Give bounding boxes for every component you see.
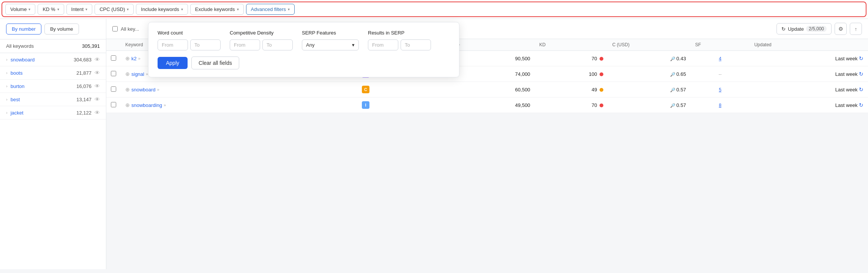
row-checkbox[interactable]: [111, 71, 116, 76]
apply-button[interactable]: Apply: [158, 57, 188, 69]
serp-features-chevron-icon: ▾: [352, 42, 355, 48]
cpc-cell: 🔎0.57: [608, 97, 691, 113]
export-icon: ↑: [855, 26, 857, 32]
eye-icon[interactable]: 👁: [95, 70, 100, 76]
all-keywords-table-label: All key...: [121, 26, 139, 32]
include-keywords-chevron-icon: ▾: [181, 7, 183, 11]
volume-filter-btn[interactable]: Volume ▾: [5, 4, 35, 15]
keyword-text: k2: [131, 56, 137, 61]
intent-chevron-icon: ▾: [85, 7, 87, 11]
eye-icon[interactable]: 👁: [95, 110, 100, 116]
cpc-cell: 🔎0.43: [608, 51, 691, 66]
results-in-serp-from-input[interactable]: [368, 39, 398, 50]
eye-icon[interactable]: 👁: [95, 96, 100, 102]
sf-cell: 5: [691, 82, 750, 97]
table-row: ⊕ snowboard » C60,50049🔎0.575Last week ↻: [106, 82, 868, 97]
chevron-right-icon: ›: [6, 84, 8, 88]
update-button[interactable]: ↻ Update 2/5,000: [776, 23, 832, 35]
select-all-checkbox[interactable]: [112, 26, 118, 31]
sidebar-list: › snowboard 304,683 👁 › boots 21,877 👁: [0, 53, 106, 269]
intent-filter-btn[interactable]: Intent ▾: [66, 4, 93, 15]
eye-icon[interactable]: 👁: [95, 83, 100, 89]
cpc-cell: 🔎0.57: [608, 82, 691, 97]
keyword-link[interactable]: ⊕ snowboarding »: [125, 102, 353, 108]
serp-features-group: SERP Features Any ▾: [302, 30, 359, 50]
kd-filter-label: KD %: [43, 6, 55, 12]
competitive-density-from-input[interactable]: [230, 39, 260, 50]
updated-cell: Last week ↻: [750, 66, 868, 82]
filter-bar: Volume ▾ KD % ▾ Intent ▾ CPC (USD) ▾ Inc…: [0, 0, 868, 19]
row-refresh-icon[interactable]: ↻: [859, 71, 863, 77]
intent-filter-label: Intent: [71, 6, 84, 12]
eye-icon[interactable]: 👁: [95, 56, 100, 63]
tab-by-number[interactable]: By number: [6, 24, 41, 35]
sidebar-item[interactable]: › boots 21,877 👁: [0, 66, 106, 80]
row-refresh-icon[interactable]: ↻: [859, 102, 863, 108]
filter-fields-row: Word count Competitive Density SERP Feat…: [158, 30, 450, 50]
cpc-filter-label: CPC (USD): [99, 6, 125, 12]
word-count-to-input[interactable]: [190, 39, 221, 50]
keyword-count: 12,122: [76, 110, 92, 116]
add-icon: ⊕: [125, 71, 130, 77]
sidebar-item[interactable]: › burton 16,076 👁: [0, 80, 106, 93]
word-count-from-input[interactable]: [158, 39, 188, 50]
volume-cell: 49,500: [440, 97, 535, 113]
volume-filter-label: Volume: [10, 6, 27, 12]
magnifier-icon: 🔎: [670, 103, 675, 108]
magnifier-icon: 🔎: [670, 88, 675, 92]
updated-cell: Last week ↻: [750, 82, 868, 97]
exclude-keywords-chevron-icon: ▾: [237, 7, 239, 11]
advanced-filters-chevron-icon: ▾: [288, 7, 290, 11]
keyword-name: snowboard: [11, 57, 35, 63]
intent-badge-i: I: [362, 101, 369, 109]
serp-features-select[interactable]: Any ▾: [302, 39, 359, 50]
row-refresh-icon[interactable]: ↻: [859, 55, 863, 61]
sf-link[interactable]: 5: [719, 87, 721, 93]
keyword-name: boots: [11, 70, 23, 76]
competitive-density-label: Competitive Density: [230, 30, 293, 36]
settings-button[interactable]: ⚙: [835, 23, 847, 35]
include-keywords-filter-btn[interactable]: Include keywords ▾: [136, 4, 188, 15]
kd-cell: 100: [535, 66, 608, 82]
exclude-keywords-filter-btn[interactable]: Exclude keywords ▾: [190, 4, 244, 15]
row-refresh-icon[interactable]: ↻: [859, 86, 863, 93]
chevron-right-icon: ›: [6, 71, 8, 75]
sf-link[interactable]: 4: [719, 56, 721, 61]
keyword-text: snowboard: [131, 87, 156, 93]
row-checkbox[interactable]: [111, 86, 116, 92]
keyword-count: 304,683: [74, 57, 92, 63]
row-checkbox[interactable]: [111, 55, 116, 61]
cpc-filter-btn[interactable]: CPC (USD) ▾: [95, 4, 134, 15]
sidebar-item[interactable]: › jacket 12,122 👁: [0, 106, 106, 119]
keyword-link[interactable]: ⊕ snowboard »: [125, 86, 353, 93]
table-header-right: ↻ Update 2/5,000 ⚙ ↑: [776, 23, 862, 35]
row-checkbox[interactable]: [111, 102, 116, 107]
kd-cell: 70: [535, 97, 608, 113]
kd-filter-btn[interactable]: KD % ▾: [38, 4, 64, 15]
add-icon: ⊕: [125, 55, 130, 61]
sidebar-all-keywords-label: All keywords: [6, 43, 34, 49]
tab-by-volume[interactable]: By volume: [44, 24, 79, 35]
cpc-chevron-icon: ▾: [127, 7, 129, 11]
results-in-serp-label: Results in SERP: [368, 30, 431, 36]
keyword-name: burton: [11, 83, 25, 89]
sf-link[interactable]: 8: [719, 103, 721, 108]
dropdown-actions: Apply Clear all fields: [158, 56, 450, 69]
clear-all-fields-button[interactable]: Clear all fields: [191, 56, 239, 69]
export-button[interactable]: ↑: [850, 23, 862, 35]
sidebar-all-keywords-count: 305,391: [82, 43, 100, 49]
competitive-density-to-input[interactable]: [262, 39, 293, 50]
settings-icon: ⚙: [838, 26, 843, 32]
update-count: 2/5,000: [806, 26, 827, 32]
chevron-right-icon: ›: [6, 57, 8, 62]
sidebar-item[interactable]: › snowboard 304,683 👁: [0, 53, 106, 66]
results-in-serp-to-input[interactable]: [401, 39, 431, 50]
sidebar-item-left: › snowboard: [6, 57, 35, 63]
sidebar-item-left: › burton: [6, 83, 25, 89]
add-icon: ⊕: [125, 102, 130, 108]
table-row: ⊕ snowboarding » I49,50070🔎0.578Last wee…: [106, 97, 868, 113]
sidebar-item[interactable]: › best 13,147 👁: [0, 93, 106, 106]
magnifier-icon: 🔎: [670, 72, 675, 77]
kd-dot: [600, 104, 603, 107]
advanced-filters-filter-btn[interactable]: Advanced filters ▾: [246, 4, 295, 15]
